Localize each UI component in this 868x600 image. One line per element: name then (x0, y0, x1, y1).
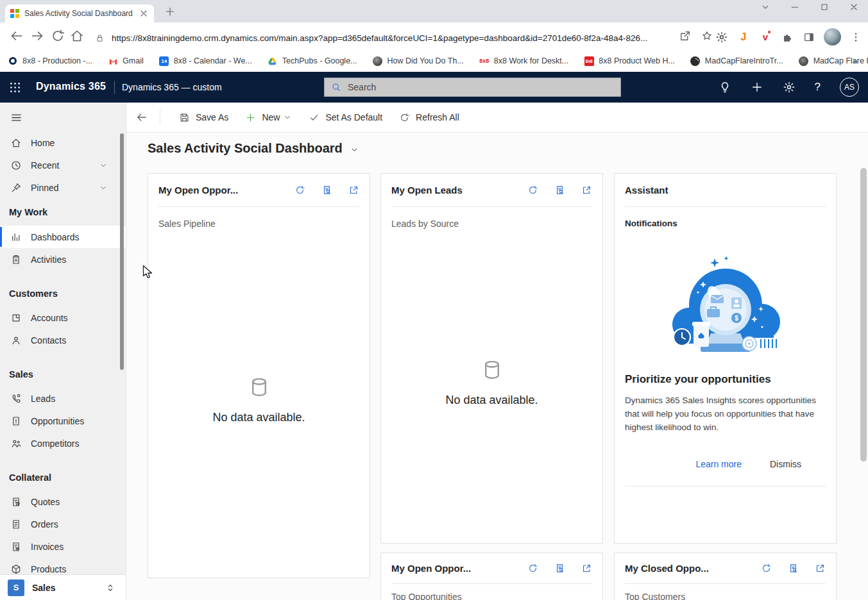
card-header: My Open Oppor... (391, 553, 592, 584)
bookmark-8x8-production[interactable]: 8x8 - Production -... (8, 56, 92, 66)
extensions-puzzle-icon[interactable] (780, 30, 794, 44)
sidebar-item-leads[interactable]: Leads (0, 387, 126, 410)
area-switcher[interactable]: S Sales (0, 574, 126, 600)
minimize-button[interactable] (790, 2, 800, 12)
expand-icon[interactable] (348, 185, 359, 196)
bookmarks-bar: 8x8 - Production -... Gmail 148x8 - Cale… (0, 50, 868, 72)
sidebar-item-recent[interactable]: Recent (0, 154, 126, 176)
bookmark-how-did-you[interactable]: How Did You Do Th... (373, 56, 464, 66)
bookmark-8x8-calendar[interactable]: 148x8 - Calendar - We... (159, 56, 252, 66)
bookmarks-overflow-chevron[interactable]: » (853, 56, 858, 66)
maximize-button[interactable] (819, 2, 830, 12)
page-back-icon[interactable] (135, 111, 148, 124)
expand-icon[interactable] (581, 185, 592, 196)
address-bar[interactable] (95, 30, 676, 46)
side-panel-icon[interactable] (802, 30, 816, 44)
checkmark-icon (309, 112, 319, 123)
search-input[interactable] (346, 81, 614, 93)
d365-app-name[interactable]: Dynamics 365 — custom (122, 82, 222, 92)
sun-extension-icon[interactable] (715, 30, 729, 44)
dark-avatar-icon (373, 56, 383, 66)
settings-gear-icon[interactable] (783, 81, 796, 94)
browser-home-icon[interactable] (69, 28, 85, 44)
save-as-button[interactable]: Save As (171, 103, 237, 132)
browser-tab[interactable]: Sales Activity Social Dashboard - (5, 4, 154, 22)
back-icon[interactable] (9, 28, 24, 44)
refresh-icon[interactable] (294, 185, 305, 196)
d365-brand[interactable]: Dynamics 365 (36, 81, 106, 92)
view-records-icon[interactable] (554, 563, 565, 574)
sidebar-item-dashboards[interactable]: Dashboards (0, 226, 126, 248)
help-icon[interactable]: ? (815, 81, 821, 94)
red-v-extension-icon[interactable]: v (758, 30, 772, 44)
url-input[interactable] (110, 33, 676, 44)
page-scrollbar[interactable] (860, 168, 867, 462)
sidebar-item-quotes[interactable]: Quotes (0, 490, 126, 513)
card-my-open-opportunities-2: My Open Oppor... Top Opportunities (380, 553, 603, 600)
card-header: My Open Leads (391, 174, 592, 207)
sidebar-item-home[interactable]: Home (0, 131, 126, 154)
sidebar-item-accounts[interactable]: Accounts (0, 306, 126, 329)
sidebar-item-opportunities[interactable]: Opportunities (0, 410, 126, 432)
bookmark-techpubs[interactable]: TechPubs - Google... (268, 56, 357, 66)
dismiss-link[interactable]: Dismiss (770, 459, 801, 469)
refresh-all-button[interactable]: Refresh All (391, 103, 468, 132)
chevron-down-icon[interactable] (99, 183, 108, 192)
sidebar-scrollbar[interactable] (120, 133, 124, 370)
bookmark-madcap-intro[interactable]: MadCapFlareIntroTr... (690, 56, 783, 66)
refresh-icon[interactable] (527, 185, 538, 196)
browser-profile-avatar[interactable] (824, 28, 841, 46)
bookmark-8x8-work[interactable]: 8x88x8 Work for Deskt... (479, 56, 568, 66)
sidebar-item-competitors[interactable]: Competitors (0, 432, 126, 454)
waffle-icon[interactable] (8, 81, 22, 94)
reload-icon[interactable] (50, 28, 65, 44)
area-switch-chevrons-icon[interactable] (105, 583, 115, 593)
sidebar-item-invoices[interactable]: Invoices (0, 535, 126, 558)
save-icon (179, 112, 190, 123)
user-avatar[interactable]: AS (840, 78, 859, 97)
set-as-default-button[interactable]: Set As Default (300, 103, 391, 132)
bookmark-label: Gmail (123, 56, 144, 65)
lightbulb-icon[interactable] (719, 81, 731, 94)
insight-actions: Learn more Dismiss (625, 459, 826, 469)
hamburger-icon[interactable] (10, 111, 23, 124)
bookmark-8x8-product[interactable]: 8x88x8 Product Web H... (584, 56, 675, 66)
bookmark-label: 8x8 - Production -... (22, 56, 92, 65)
view-records-icon[interactable] (788, 563, 799, 574)
learn-more-link[interactable]: Learn more (695, 459, 742, 469)
new-dropdown-chevron-icon[interactable] (283, 113, 292, 122)
sidebar-item-orders[interactable]: Orders (0, 513, 126, 535)
bookmark-star-icon[interactable] (701, 29, 713, 42)
document-icon (10, 519, 22, 530)
chevron-down-icon[interactable] (99, 161, 108, 170)
tab-search-chevron-icon[interactable] (760, 2, 770, 12)
chart-name: Sales Pipeline (158, 219, 359, 229)
new-tab-button[interactable] (164, 6, 176, 17)
share-icon[interactable] (679, 29, 692, 42)
jira-extension-icon[interactable]: J (736, 30, 751, 44)
sidebar-item-contacts[interactable]: Contacts (0, 329, 126, 351)
global-search-box[interactable] (324, 78, 621, 97)
expand-icon[interactable] (815, 563, 826, 574)
close-window-button[interactable] (849, 2, 859, 12)
database-cylinder-icon (248, 374, 271, 401)
refresh-icon[interactable] (761, 563, 772, 574)
nav-divider (114, 81, 115, 94)
forward-icon[interactable] (30, 28, 45, 44)
sidebar-item-label: Products (31, 564, 66, 574)
expand-icon[interactable] (581, 563, 592, 574)
empty-state-text: No data available. (212, 411, 305, 424)
chevron-down-icon (350, 145, 359, 154)
view-records-icon[interactable] (554, 185, 565, 196)
view-records-icon[interactable] (321, 185, 332, 196)
card-assistant: Assistant Notifications (614, 173, 837, 544)
quick-create-plus-icon[interactable] (751, 81, 763, 94)
sidebar-item-activities[interactable]: Activities (0, 248, 126, 271)
dashboard-title-dropdown[interactable]: Sales Activity Social Dashboard (148, 141, 359, 156)
refresh-icon[interactable] (527, 563, 538, 574)
tab-close-icon[interactable] (139, 8, 149, 19)
bookmark-gmail[interactable]: Gmail (108, 56, 144, 66)
new-button[interactable]: New (237, 103, 300, 132)
sidebar-item-pinned[interactable]: Pinned (0, 176, 126, 199)
browser-menu-icon[interactable] (849, 30, 863, 44)
